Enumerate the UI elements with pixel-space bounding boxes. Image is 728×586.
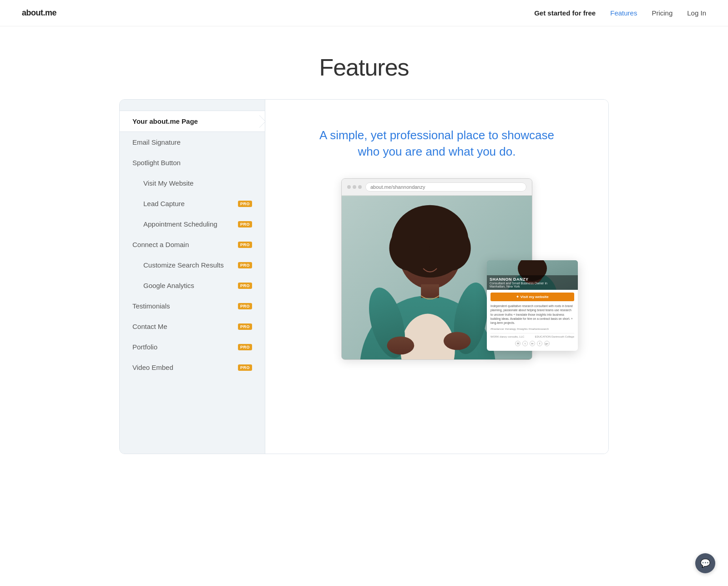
sidebar-item-testimonials[interactable]: TestimonialsPro <box>120 296 265 316</box>
dot-green <box>358 185 362 189</box>
svg-point-6 <box>430 225 471 271</box>
navbar: about.me Get started for free Features P… <box>0 0 728 26</box>
profile-card-header: SHANNON DANZY Consultant and Small Busin… <box>487 260 578 290</box>
pro-badge: Pro <box>238 242 252 248</box>
features-container: Your about.me PageEmail SignatureSpotlig… <box>105 99 623 454</box>
nav-link-pricing[interactable]: Pricing <box>652 9 672 17</box>
nav-links: Get started for free Features Pricing Lo… <box>534 9 706 17</box>
sidebar-item-lead-capture[interactable]: Lead CapturePro <box>120 193 265 214</box>
profile-card: SHANNON DANZY Consultant and Small Busin… <box>487 260 578 350</box>
page-title: Features <box>0 54 728 81</box>
social-facebook-icon: f <box>537 341 542 346</box>
sidebar-item-appointment-scheduling[interactable]: Appointment SchedulingPro <box>120 214 265 234</box>
nav-link-login[interactable]: Log In <box>687 9 706 17</box>
pro-badge: Pro <box>238 201 252 207</box>
sidebar-item-contact-me[interactable]: Contact MePro <box>120 316 265 337</box>
profile-card-tags: #freelancer #strategy #insights #marketr… <box>490 328 574 330</box>
sidebar-item-label: Testimonials <box>132 302 238 310</box>
sidebar-item-visit-my-website[interactable]: Visit My Website <box>120 173 265 193</box>
browser-bar: about.me/shannondanzy <box>342 179 532 196</box>
social-google-icon: g+ <box>544 341 550 346</box>
sidebar-item-label: Visit My Website <box>143 179 252 187</box>
nav-link-features[interactable]: Features <box>610 9 637 17</box>
svg-rect-7 <box>421 284 439 298</box>
sidebar-item-email-signature[interactable]: Email Signature <box>120 132 265 152</box>
pro-badge: Pro <box>238 323 252 330</box>
sidebar-item-customize-search-results[interactable]: Customize Search ResultsPro <box>120 255 265 275</box>
sidebar-item-label: Connect a Domain <box>132 241 238 248</box>
social-twitter-icon: t <box>522 341 528 346</box>
profile-card-bio: Independent qualitative research consult… <box>490 304 574 324</box>
pro-badge: Pro <box>238 364 252 371</box>
pro-badge: Pro <box>238 262 252 268</box>
pro-badge: Pro <box>238 221 252 227</box>
sidebar-item-connect-a-domain[interactable]: Connect a DomainPro <box>120 234 265 255</box>
nav-cta[interactable]: Get started for free <box>534 9 596 17</box>
sidebar-item-label: Google Analytics <box>143 282 238 289</box>
sidebar-item-portfolio[interactable]: PortfolioPro <box>120 337 265 357</box>
features-card: Your about.me PageEmail SignatureSpotlig… <box>119 99 609 454</box>
sidebar-item-label: Portfolio <box>132 343 238 351</box>
mockup-area: about.me/shannondanzy <box>300 178 573 360</box>
sidebar-item-label: Your about.me Page <box>132 117 252 125</box>
sidebar-item-video-embed[interactable]: Video EmbedPro <box>120 357 265 378</box>
dot-red <box>347 185 351 189</box>
pro-badge: Pro <box>238 303 252 309</box>
profile-edu: EDUCATION Dartmouth College <box>535 335 574 338</box>
sidebar: Your about.me PageEmail SignatureSpotlig… <box>120 100 265 454</box>
pro-badge: Pro <box>238 344 252 350</box>
page-title-section: Features <box>0 26 728 99</box>
profile-card-footer: WORK danzy consults, LLC EDUCATION Dartm… <box>490 333 574 338</box>
svg-point-11 <box>444 332 471 350</box>
sidebar-item-label: Video Embed <box>132 364 238 371</box>
content-headline: A simple, yet professional place to show… <box>318 127 555 160</box>
browser-dots <box>347 185 362 189</box>
svg-point-5 <box>389 225 430 271</box>
social-linkedin-icon: in <box>530 341 535 346</box>
profile-card-body: ✦ Visit my website Independent qualitati… <box>487 290 578 350</box>
profile-card-social: ✉ t in f g+ <box>490 341 574 348</box>
sidebar-item-label: Appointment Scheduling <box>143 220 238 228</box>
sidebar-item-label: Email Signature <box>132 138 252 146</box>
content-area: A simple, yet professional place to show… <box>265 100 608 454</box>
profile-card-visit-btn[interactable]: ✦ Visit my website <box>490 293 574 301</box>
sidebar-item-your-about.me-page[interactable]: Your about.me Page <box>120 111 265 132</box>
dot-yellow <box>353 185 356 189</box>
browser-url: about.me/shannondanzy <box>365 182 526 192</box>
social-email-icon: ✉ <box>515 341 521 346</box>
sidebar-item-label: Lead Capture <box>143 200 238 207</box>
profile-card-subtitle: Consultant and Small Business Owner in M… <box>490 282 575 288</box>
nav-logo[interactable]: about.me <box>22 8 56 18</box>
sidebar-item-google-analytics[interactable]: Google AnalyticsPro <box>120 275 265 296</box>
profile-card-overlay: SHANNON DANZY Consultant and Small Busin… <box>487 275 578 290</box>
sidebar-item-label: Customize Search Results <box>143 261 238 269</box>
sidebar-item-spotlight-button[interactable]: Spotlight Button <box>120 152 265 173</box>
sidebar-item-label: Spotlight Button <box>132 159 252 167</box>
svg-point-10 <box>387 336 415 354</box>
sidebar-item-label: Contact Me <box>132 323 238 330</box>
pro-badge: Pro <box>238 283 252 289</box>
profile-card-name: SHANNON DANZY <box>490 277 575 282</box>
profile-work: WORK danzy consults, LLC <box>490 335 524 338</box>
